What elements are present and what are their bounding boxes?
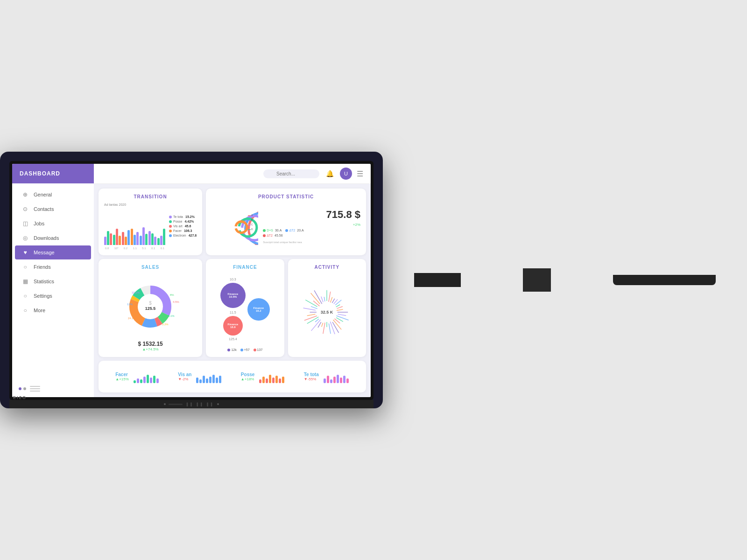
svg-rect-93 <box>346 378 349 383</box>
svg-rect-89 <box>333 377 336 383</box>
svg-rect-71 <box>199 379 202 383</box>
stand-top <box>414 273 461 287</box>
sidebar-item-settings[interactable]: ○ Settings <box>15 289 91 303</box>
finance-legend-3: 137 <box>254 348 263 351</box>
svg-rect-80 <box>266 378 268 383</box>
bottom-item-info-3: Te tota ▼-55% <box>304 372 319 381</box>
bottom-item-name-0: Facer <box>115 372 129 377</box>
sidebar-item-friends[interactable]: ○ Friends <box>15 260 91 274</box>
svg-line-51 <box>324 297 325 302</box>
finance-bubble-2: Finance16.2 <box>247 298 270 321</box>
sidebar-item-contacts[interactable]: ⊙ Contacts <box>15 202 91 216</box>
friends-icon: ○ <box>21 263 29 271</box>
svg-rect-70 <box>196 378 198 383</box>
bottom-item-name-2: Posse <box>241 372 254 377</box>
mini-bars-svg <box>324 370 349 383</box>
bar-3-2 <box>136 232 139 245</box>
legend-value: 427.8 <box>189 234 197 237</box>
svg-rect-79 <box>262 377 265 383</box>
finance-bubble-1: Finance10.5% <box>220 283 246 308</box>
bottom-item-info-1: Vis an ▼-2% <box>178 372 191 381</box>
svg-text:32.1%: 32.1% <box>132 291 140 294</box>
svg-text:24.2%: 24.2% <box>128 317 136 320</box>
svg-text:3.2%: 3.2% <box>162 323 169 326</box>
bar-0-1 <box>107 231 109 245</box>
svg-line-35 <box>323 323 325 334</box>
svg-line-59 <box>337 307 343 308</box>
monitor: EIZO DASHBOARD ⊕ General⊙ Contacts◫ Jobs… <box>0 152 383 408</box>
finance-content: 10.3 Finance10.5% 11.5 Finance18.9 <box>211 273 278 352</box>
svg-rect-82 <box>272 378 275 383</box>
search-input[interactable] <box>263 169 319 178</box>
product-card: PRODUCT STATISTIC <box>206 189 366 255</box>
bar-chart <box>104 208 165 245</box>
sales-card: SALES <box>99 259 202 357</box>
legend-label: Electrom <box>173 234 186 237</box>
bar-group-4 <box>140 227 148 245</box>
menu-icon[interactable]: ☰ <box>357 169 363 178</box>
bar-group-1 <box>113 229 121 245</box>
activity-svg: 32.5 K <box>296 287 357 338</box>
bottom-dot-2 <box>217 403 219 405</box>
activity-radial: 32.5 K <box>294 273 360 352</box>
eizo-logo: EIZO <box>13 395 27 400</box>
svg-rect-65 <box>143 377 146 383</box>
sidebar-label-general: General <box>34 192 52 197</box>
sidebar-label-friends: Friends <box>34 264 51 270</box>
transition-subtitle: Ad tantas 2020 <box>104 203 165 206</box>
bar-x-axis: 0.810²0.21.15.10.10.1 <box>104 247 165 250</box>
dot-1 <box>19 387 21 390</box>
svg-text:8.1%: 8.1% <box>168 315 175 317</box>
svg-text:$: $ <box>149 301 152 306</box>
line-1 <box>30 386 40 387</box>
svg-text:C: C <box>251 223 253 226</box>
svg-rect-81 <box>269 375 271 383</box>
svg-text:12%: 12% <box>127 303 133 306</box>
svg-line-26 <box>338 315 346 316</box>
bar-1-2 <box>119 236 121 245</box>
more-icon: ○ <box>21 307 29 314</box>
bar-3-1 <box>134 235 136 245</box>
svg-line-32 <box>331 322 335 335</box>
svg-line-36 <box>322 323 323 327</box>
transition-content: Ad tantas 2020 0.810²0.21.15.10.10.1 Te … <box>104 203 197 250</box>
sales-donut-area: 32.1% 8% 4.5% 12% 24.2% 3.2% 8.1% $ 1 <box>104 273 197 337</box>
bar-3-0 <box>131 229 133 245</box>
bar-4-1 <box>142 227 145 245</box>
bar-2-1 <box>125 237 127 245</box>
sidebar-dots <box>19 387 26 390</box>
mini-bars-svg <box>259 370 285 383</box>
svg-rect-73 <box>206 378 208 383</box>
sidebar-item-more[interactable]: ○ More <box>15 303 91 317</box>
svg-line-44 <box>303 308 316 311</box>
sidebar-item-jobs[interactable]: ◫ Jobs <box>15 217 91 231</box>
bottom-bar: Facer ▲+15% Vis an ▼-2% Posse ▲+18% Te t… <box>99 361 366 392</box>
bottom-item-info-2: Posse ▲+18% <box>241 372 254 381</box>
sales-total: $ 1532.15 <box>104 341 197 347</box>
bottom-item-2: Posse ▲+18% <box>241 370 285 383</box>
finance-legend-1: 12k <box>227 348 236 351</box>
sidebar-item-message[interactable]: ♥ Message <box>15 245 91 259</box>
svg-rect-75 <box>212 375 215 383</box>
svg-text:32.5 K: 32.5 K <box>321 310 333 315</box>
search-wrapper[interactable]: 🔍 <box>263 169 319 178</box>
legend-value: 4.42% <box>184 220 194 223</box>
bar-6-2 <box>163 229 165 245</box>
sidebar-item-statistics[interactable]: ▦ Statistics <box>15 274 91 288</box>
svg-line-50 <box>321 297 323 302</box>
mini-bars-svg <box>134 370 159 383</box>
bar-group-2 <box>122 230 130 245</box>
svg-rect-83 <box>275 376 278 383</box>
svg-line-60 <box>337 309 343 310</box>
finance-legend: 12k +57 137 <box>211 348 278 351</box>
bell-icon[interactable]: 🔔 <box>324 168 335 179</box>
bar-4-0 <box>140 236 142 245</box>
svg-text:8%: 8% <box>170 294 174 296</box>
sidebar-item-downloads[interactable]: ◎ Downloads <box>15 231 91 245</box>
user-avatar[interactable]: U <box>340 168 352 180</box>
svg-rect-67 <box>150 378 152 383</box>
sidebar: DASHBOARD ⊕ General⊙ Contacts◫ Jobs◎ Dow… <box>12 164 94 397</box>
product-stats-row: D+S 30.A ΔT2 20.A <box>263 229 360 232</box>
sidebar-item-general[interactable]: ⊕ General <box>15 188 91 202</box>
svg-line-39 <box>315 319 319 322</box>
